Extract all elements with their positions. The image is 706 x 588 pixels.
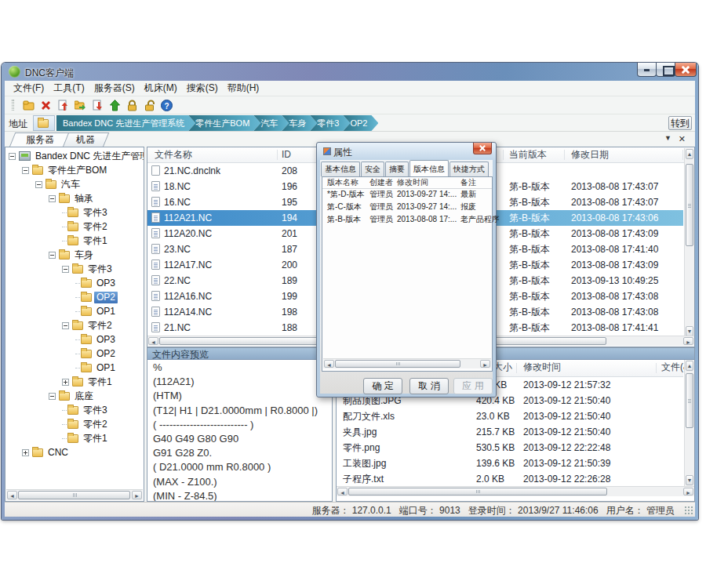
tree-node[interactable]: OP2 xyxy=(5,290,144,304)
tree-node[interactable]: Bandex DNC 先进生产管理系 xyxy=(5,149,144,163)
tree-node[interactable]: 车身 xyxy=(5,248,144,262)
attachment-row[interactable]: 夹具.jpg215.7 KB2013-09-12 21:50:40 xyxy=(337,424,683,440)
tree-hscroll-thumb[interactable] xyxy=(18,491,130,499)
menu-搜索(S)[interactable]: 搜索(S) xyxy=(182,81,223,96)
tree-node[interactable]: 零件3 xyxy=(5,205,144,220)
close-button[interactable] xyxy=(675,63,697,77)
attach-vscrollbar[interactable]: ▲ ▼ xyxy=(684,360,694,486)
tree-node[interactable]: 零件生产BOM xyxy=(5,163,144,177)
dialog-tab-2[interactable]: 摘要 xyxy=(385,162,409,176)
tree-node[interactable]: 零件1 xyxy=(5,234,144,248)
tree-node[interactable]: 零件3 xyxy=(5,262,144,276)
tree-node[interactable]: 零件2 xyxy=(5,318,144,332)
tree-node[interactable]: 底座 xyxy=(5,389,144,403)
delete-icon[interactable] xyxy=(40,100,52,111)
version-row[interactable]: *第-D-版本管理员2013-09-27 14:...最新 xyxy=(322,188,492,201)
crumb-1[interactable]: 零件生产BOM xyxy=(188,115,260,131)
col-current-version[interactable]: 当前版本 xyxy=(509,147,547,162)
collapse-icon[interactable] xyxy=(49,252,56,259)
menu-工具(T)[interactable]: 工具(T) xyxy=(49,81,89,96)
collapse-icon[interactable] xyxy=(62,322,69,329)
tree-node[interactable]: OP2 xyxy=(5,347,144,361)
ok-button[interactable]: 确 定 xyxy=(363,378,402,394)
collapse-icon[interactable] xyxy=(49,393,56,400)
lock-icon[interactable] xyxy=(126,100,138,111)
attach-hscroll-right[interactable]: ► xyxy=(683,488,693,495)
tree-hscroll-left[interactable]: ◄ xyxy=(7,491,17,499)
tree-node[interactable]: OP3 xyxy=(5,276,144,290)
tree-node[interactable]: 零件1 xyxy=(5,431,144,445)
expand-icon[interactable] xyxy=(62,379,69,386)
dialog-tab-4[interactable]: 快捷方式 xyxy=(449,162,489,176)
unlock-icon[interactable] xyxy=(144,100,155,111)
attachment-row[interactable]: 零件.png530.5 KB2013-09-12 22:22:48 xyxy=(337,440,683,456)
title-bar[interactable]: DNC客户端 xyxy=(2,63,698,81)
menu-机床(M)[interactable]: 机床(M) xyxy=(140,81,182,96)
tree-node[interactable]: 汽车 xyxy=(5,177,144,191)
dialog-hscroll-right[interactable]: ► xyxy=(480,360,490,368)
tree-node[interactable]: 轴承 xyxy=(5,191,144,205)
menu-服务器(S)[interactable]: 服务器(S) xyxy=(89,81,140,96)
address-folder-chip[interactable] xyxy=(33,115,55,131)
attach-hscroll-left[interactable]: ◄ xyxy=(337,488,348,495)
version-row[interactable]: 第-B-版本管理员2013-08-08 17:...老产品程序 xyxy=(322,213,492,226)
dialog-tab-3[interactable]: 版本信息 xyxy=(409,160,449,176)
attach-vscroll-thumb[interactable] xyxy=(686,373,693,428)
dialog-tab-1[interactable]: 安全 xyxy=(361,162,384,176)
check-in-file-icon[interactable] xyxy=(57,100,69,111)
upload-arrow-icon[interactable] xyxy=(109,100,121,111)
col-file-name[interactable]: 文件名称 xyxy=(155,147,192,162)
dialog-hscroll-left[interactable]: ◄ xyxy=(324,360,334,368)
attach-vscroll-down[interactable]: ▼ xyxy=(686,475,693,485)
tab-close-icon[interactable]: ✕ xyxy=(679,134,686,144)
dialog-list-header[interactable]: 版本名称 创建者 修改时间 备注 xyxy=(322,177,492,189)
resize-grip[interactable] xyxy=(684,506,693,514)
maximize-button[interactable] xyxy=(656,63,675,77)
cancel-button[interactable]: 取 消 xyxy=(409,378,449,394)
file-list-vscrollbar[interactable]: ▲ ▼ xyxy=(684,148,694,337)
hscroll-right[interactable]: ► xyxy=(683,337,693,345)
tree-hscroll-right[interactable]: ► xyxy=(132,491,142,499)
attachment-row[interactable]: 工装图.jpg139.6 KB2013-09-12 21:50:39 xyxy=(337,456,683,471)
collapse-icon[interactable] xyxy=(49,195,56,202)
check-out-file-icon[interactable] xyxy=(92,100,104,111)
tree-node[interactable]: OP1 xyxy=(5,361,144,375)
dialog-hscroll-thumb[interactable] xyxy=(335,360,460,368)
tree-node[interactable]: OP1 xyxy=(5,304,144,318)
vscroll-up[interactable]: ▲ xyxy=(686,149,693,159)
crumb-0[interactable]: Bandex DNC 先进生产管理系统 xyxy=(56,115,195,131)
vscroll-thumb[interactable] xyxy=(686,164,693,246)
collapse-icon[interactable] xyxy=(62,266,69,273)
expand-icon[interactable] xyxy=(22,449,29,456)
tree-node[interactable]: 零件2 xyxy=(5,220,144,234)
dialog-hscrollbar[interactable]: ◄ ► xyxy=(323,358,491,368)
hscroll-left[interactable]: ◄ xyxy=(148,337,158,345)
col-modified-time[interactable]: 修改时间 xyxy=(523,360,561,375)
col-id[interactable]: ID xyxy=(282,147,291,162)
attachment-row[interactable]: 子程序.txt2.0 KB2013-09-12 22:26:28 xyxy=(337,471,683,487)
collapse-icon[interactable] xyxy=(22,167,29,174)
col-modified-date[interactable]: 修改日期 xyxy=(571,147,609,162)
attachment-row[interactable]: 配刀文件.xls23.0 KB2013-09-12 21:50:40 xyxy=(337,408,683,424)
tab-dropdown-icon[interactable]: ▼ xyxy=(664,134,671,142)
help-icon[interactable]: ? xyxy=(161,100,173,111)
menu-帮助(H)[interactable]: 帮助(H) xyxy=(223,81,264,96)
export-folder-icon[interactable] xyxy=(75,100,86,111)
dialog-close-button[interactable] xyxy=(473,143,492,154)
minimize-button[interactable] xyxy=(637,63,657,77)
view-tab-server[interactable]: 服务器 xyxy=(9,132,66,147)
attach-hscroll-thumb[interactable] xyxy=(348,488,607,495)
menu-文件(F)[interactable]: 文件(F) xyxy=(9,81,49,96)
view-tab-machine[interactable]: 机器 xyxy=(63,132,104,147)
tree-node[interactable]: OP3 xyxy=(5,332,144,347)
attach-vscroll-up[interactable]: ▲ xyxy=(686,361,693,371)
go-button[interactable]: 转到 xyxy=(668,116,692,130)
tree-node[interactable]: 零件3 xyxy=(5,403,144,417)
tree-node[interactable]: 零件2 xyxy=(5,417,144,431)
dialog-tab-0[interactable]: 基本信息 xyxy=(321,162,360,176)
version-row[interactable]: 第-C-版本管理员2013-09-27 14:...报废 xyxy=(322,201,492,213)
collapse-icon[interactable] xyxy=(35,181,42,188)
tree-node[interactable]: 零件1 xyxy=(5,375,144,389)
tree-hscrollbar[interactable]: ◄ ► xyxy=(6,489,143,500)
new-file-icon[interactable] xyxy=(23,100,35,111)
